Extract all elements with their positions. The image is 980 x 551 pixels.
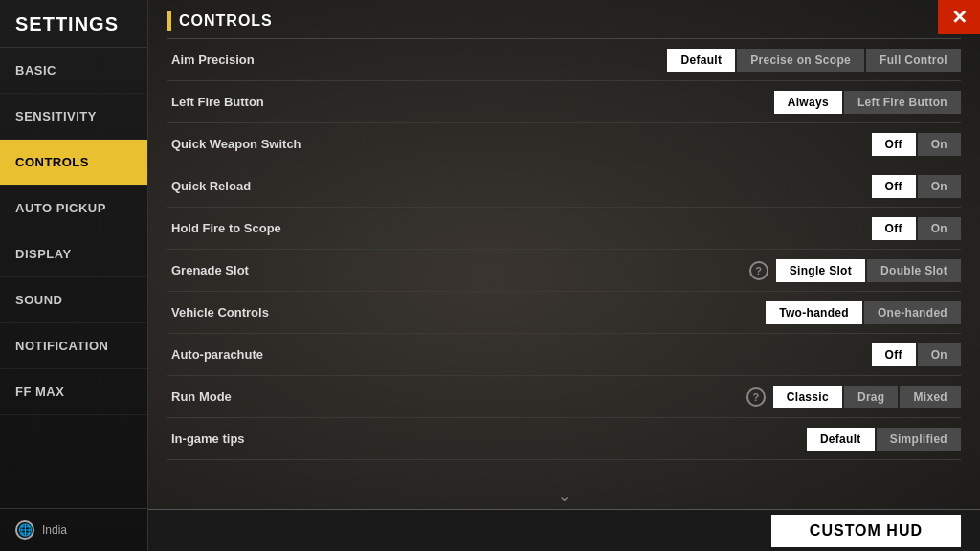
sidebar-item-notification[interactable]: NOTIFICATION xyxy=(0,323,147,369)
settings-title: SETTINGS xyxy=(0,0,147,48)
setting-row-vehicle: Vehicle Controls Two-handed One-handed xyxy=(167,292,961,334)
quick-weapon-label: Quick Weapon Switch xyxy=(167,137,872,151)
setting-row-aim-precision: Aim Precision Default Precise on Scope F… xyxy=(167,39,961,81)
aim-precision-default-btn[interactable]: Default xyxy=(667,49,735,72)
left-fire-always-btn[interactable]: Always xyxy=(774,91,842,114)
hold-fire-controls: Off On xyxy=(872,217,962,240)
custom-hud-button[interactable]: CUSTOM HUD xyxy=(771,515,961,547)
sidebar-item-sound[interactable]: SOUND xyxy=(0,277,147,323)
section-title: CONTROLS xyxy=(179,12,273,30)
left-fire-button-btn[interactable]: Left Fire Button xyxy=(844,91,961,114)
sidebar-item-basic[interactable]: BASIC xyxy=(0,48,147,94)
hold-fire-label: Hold Fire to Scope xyxy=(167,221,872,235)
aim-precision-precise-btn[interactable]: Precise on Scope xyxy=(737,49,864,72)
sidebar-item-controls[interactable]: CONTROLS xyxy=(0,140,147,186)
quick-weapon-on-btn[interactable]: On xyxy=(918,133,961,156)
quick-weapon-off-btn[interactable]: Off xyxy=(872,133,916,156)
setting-row-grenade: Grenade Slot ? Single Slot Double Slot xyxy=(167,250,961,292)
section-header: CONTROLS xyxy=(167,11,961,31)
aim-precision-full-btn[interactable]: Full Control xyxy=(866,49,961,72)
controls-section: CONTROLS Aim Precision Default Precise o… xyxy=(148,0,980,509)
parachute-on-btn[interactable]: On xyxy=(918,343,961,366)
run-mode-help-icon[interactable]: ? xyxy=(746,387,766,407)
left-fire-label: Left Fire Button xyxy=(167,95,774,109)
quick-reload-on-btn[interactable]: On xyxy=(918,175,961,198)
settings-list: Aim Precision Default Precise on Scope F… xyxy=(167,38,961,460)
section-bar-accent xyxy=(167,11,171,31)
ingame-tips-label: In-game tips xyxy=(167,431,807,446)
close-icon: ✕ xyxy=(951,8,968,27)
ingame-tips-default-btn[interactable]: Default xyxy=(807,428,875,451)
country-label: India xyxy=(42,523,67,537)
run-mode-classic-btn[interactable]: Classic xyxy=(773,386,842,408)
quick-weapon-controls: Off On xyxy=(872,133,962,156)
quick-reload-off-btn[interactable]: Off xyxy=(872,175,916,198)
vehicle-one-handed-btn[interactable]: One-handed xyxy=(864,301,961,324)
parachute-controls: Off On xyxy=(872,343,962,366)
sidebar-item-sensitivity[interactable]: SENSITIVITY xyxy=(0,94,147,140)
main-content: ✕ CONTROLS Aim Precision Default Precise… xyxy=(148,0,980,551)
parachute-off-btn[interactable]: Off xyxy=(872,343,916,366)
sidebar-item-auto-pickup[interactable]: AUTO PICKUP xyxy=(0,186,147,231)
run-mode-mixed-btn[interactable]: Mixed xyxy=(900,386,961,408)
parachute-label: Auto-parachute xyxy=(167,347,872,362)
grenade-single-btn[interactable]: Single Slot xyxy=(776,259,865,282)
app-container: SETTINGS BASIC SENSITIVITY CONTROLS AUTO… xyxy=(0,0,980,551)
left-fire-controls: Always Left Fire Button xyxy=(774,91,961,114)
vehicle-controls: Two-handed One-handed xyxy=(766,301,961,324)
grenade-double-btn[interactable]: Double Slot xyxy=(867,259,961,282)
sidebar-bottom: 🌐 India xyxy=(0,508,147,551)
quick-reload-controls: Off On xyxy=(872,175,962,198)
quick-reload-label: Quick Reload xyxy=(167,179,872,193)
setting-row-run-mode: Run Mode ? Classic Drag Mixed xyxy=(167,376,961,418)
hold-fire-on-btn[interactable]: On xyxy=(918,217,961,240)
setting-row-hold-fire: Hold Fire to Scope Off On xyxy=(167,208,961,250)
scroll-down-icon: ⌄ xyxy=(558,487,570,505)
setting-row-quick-weapon: Quick Weapon Switch Off On xyxy=(167,123,961,165)
setting-row-left-fire: Left Fire Button Always Left Fire Button xyxy=(167,81,961,123)
grenade-help-icon[interactable]: ? xyxy=(749,261,768,280)
bottom-bar: ⌄ CUSTOM HUD xyxy=(148,509,980,551)
setting-row-quick-reload: Quick Reload Off On xyxy=(167,165,961,208)
setting-row-ingame-tips: In-game tips Default Simplified xyxy=(167,418,961,460)
run-mode-label: Run Mode xyxy=(167,389,746,404)
ingame-tips-simplified-btn[interactable]: Simplified xyxy=(877,428,961,451)
run-mode-controls: Classic Drag Mixed xyxy=(773,386,961,408)
sidebar: SETTINGS BASIC SENSITIVITY CONTROLS AUTO… xyxy=(0,0,148,551)
setting-row-parachute: Auto-parachute Off On xyxy=(167,334,961,376)
vehicle-two-handed-btn[interactable]: Two-handed xyxy=(766,301,862,324)
globe-icon: 🌐 xyxy=(15,520,34,540)
grenade-label: Grenade Slot xyxy=(167,263,749,277)
hold-fire-off-btn[interactable]: Off xyxy=(872,217,916,240)
vehicle-label: Vehicle Controls xyxy=(167,305,766,320)
aim-precision-label: Aim Precision xyxy=(167,53,667,67)
sidebar-item-display[interactable]: DISPLAY xyxy=(0,231,147,277)
grenade-controls: Single Slot Double Slot xyxy=(776,259,961,282)
aim-precision-controls: Default Precise on Scope Full Control xyxy=(667,49,961,72)
run-mode-drag-btn[interactable]: Drag xyxy=(844,386,899,408)
close-button[interactable]: ✕ xyxy=(938,0,980,34)
ingame-tips-controls: Default Simplified xyxy=(807,428,961,451)
sidebar-item-ff-max[interactable]: FF MAX xyxy=(0,369,147,415)
